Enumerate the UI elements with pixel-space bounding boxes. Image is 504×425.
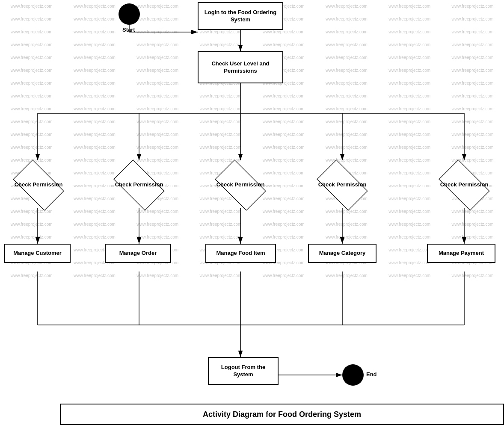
manage-customer-box: Manage Customer [4, 244, 71, 263]
manage-food-box: Manage Food Item [205, 244, 276, 263]
end-circle [342, 364, 364, 386]
diamond-2: Check Permission [103, 160, 175, 210]
end-label: End [366, 371, 377, 378]
diamond-5: Check Permission [428, 160, 501, 210]
manage-payment-box: Manage Payment [427, 244, 495, 263]
diamond-4: Check Permission [306, 160, 379, 210]
manage-category-box: Manage Category [308, 244, 377, 263]
logout-box: Logout From the System [208, 357, 279, 385]
start-label: Start [122, 27, 135, 33]
diamond-3: Check Permission [204, 160, 277, 210]
check-user-box: Check User Level and Permissions [198, 51, 283, 83]
manage-order-box: Manage Order [105, 244, 171, 263]
diamond-1: Check Permission [2, 160, 75, 210]
login-box: Login to the Food Ordering System [198, 2, 283, 30]
start-circle [119, 3, 140, 25]
diagram-title: Activity Diagram for Food Ordering Syste… [60, 404, 504, 425]
